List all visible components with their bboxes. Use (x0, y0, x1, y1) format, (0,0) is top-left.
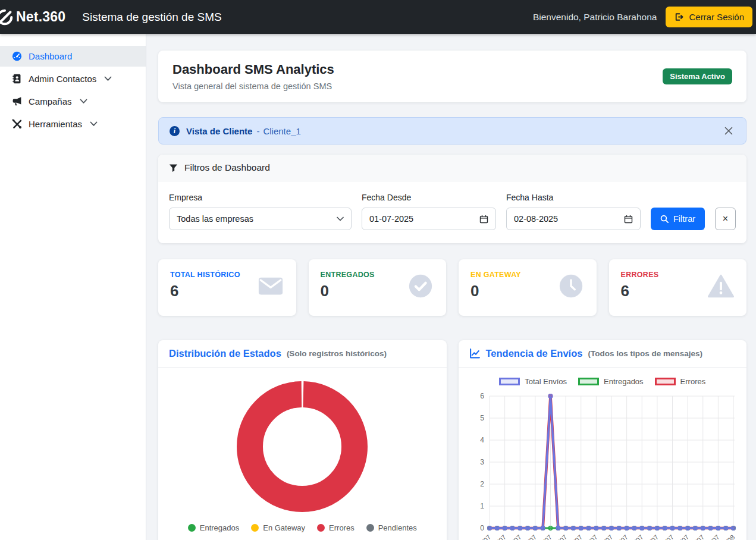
envelope-icon (257, 272, 284, 300)
chevron-down-icon (103, 76, 112, 81)
svg-text:31/07: 31/07 (704, 533, 720, 540)
check-circle-icon (407, 272, 434, 300)
svg-text:27/07: 27/07 (673, 533, 690, 540)
svg-text:09/07: 09/07 (536, 533, 553, 540)
donut-chart-note: (Solo registros históricos) (287, 349, 387, 358)
trend-line-chart: 012345601/0703/0705/0707/0709/0711/0713/… (466, 388, 739, 540)
empresa-select[interactable]: Todas las empresas (169, 208, 352, 230)
svg-text:01/07: 01/07 (475, 533, 492, 540)
legend-dot (317, 524, 325, 532)
info-icon: i (170, 126, 180, 136)
fecha-hasta-input[interactable]: 02-08-2025 (506, 208, 641, 230)
sidebar-item-label: Campañas (29, 96, 72, 106)
chevron-down-icon (89, 121, 98, 127)
top-navbar: Net.360 Sistema de gestión de SMS Bienve… (0, 0, 756, 34)
alert-close-button[interactable] (722, 124, 735, 137)
filters-card: Filtros de Dashboard Empresa Todas las e… (158, 155, 746, 243)
svg-text:29/07: 29/07 (689, 533, 705, 540)
svg-text:19/07: 19/07 (613, 533, 629, 540)
legend-label: Pendientes (378, 523, 417, 532)
svg-text:25/07: 25/07 (658, 533, 675, 540)
legend-dot (366, 524, 374, 532)
alert-separator: - (256, 126, 259, 136)
stats-row: TOTAL HISTÓRICO6ENTREGADOS0EN GATEWAY0ER… (158, 259, 746, 316)
status-donut-chart (236, 380, 369, 513)
app-title: Sistema de gestión de SMS (82, 11, 221, 24)
svg-text:2: 2 (480, 480, 484, 488)
donut-legend-item[interactable]: Errores (317, 523, 355, 532)
search-icon (660, 215, 669, 223)
svg-text:02/08: 02/08 (719, 533, 736, 540)
fecha-desde-label: Fecha Desde (362, 193, 496, 202)
client-view-alert: i Vista de Cliente - Cliente_1 (158, 117, 746, 145)
logout-label: Cerrar Sesión (689, 12, 744, 22)
logout-button[interactable]: Cerrar Sesión (666, 7, 752, 27)
donut-chart-title: Distribución de Estados (169, 348, 281, 359)
donut-legend-item[interactable]: Entregados (188, 523, 240, 532)
alert-client-name: Cliente_1 (263, 126, 300, 136)
fecha-hasta-label: Fecha Hasta (506, 193, 641, 202)
chevron-down-icon (337, 216, 344, 221)
donut-legend-item[interactable]: Pendientes (366, 523, 417, 532)
legend-label: Errores (329, 523, 355, 532)
svg-text:11/07: 11/07 (552, 533, 568, 540)
stat-card-envelope: TOTAL HISTÓRICO6 (158, 259, 296, 316)
address-book-icon (12, 74, 22, 84)
legend-box (578, 378, 599, 385)
empresa-label: Empresa (169, 193, 352, 202)
megaphone-icon (12, 96, 22, 106)
sidebar-item-label: Admin Contactos (29, 74, 96, 84)
page-header-card: Dashboard SMS Analytics Vista general de… (158, 51, 746, 102)
filter-button[interactable]: Filtrar (651, 208, 705, 230)
legend-label: Errores (680, 377, 706, 386)
main-content: Dashboard SMS Analytics Vista general de… (146, 34, 756, 540)
status-badge: Sistema Activo (663, 68, 732, 84)
trend-chart-note: (Todos los tipos de mensajes) (588, 349, 702, 358)
funnel-icon (169, 164, 178, 172)
calendar-icon (479, 215, 488, 224)
trend-legend-item[interactable]: Total Envíos (499, 377, 567, 386)
logout-icon (673, 12, 683, 22)
fecha-hasta-value: 02-08-2025 (514, 214, 558, 224)
sidebar-item-dashboard[interactable]: Dashboard (0, 46, 146, 67)
trend-legend-item[interactable]: Entregados (578, 377, 644, 386)
svg-text:03/07: 03/07 (491, 533, 507, 540)
sidebar-item-herramientas[interactable]: Herramientas (0, 114, 146, 134)
page-subtitle: Vista general del sistema de gestión SMS (172, 81, 334, 91)
svg-text:3: 3 (480, 458, 484, 466)
chevron-down-icon (79, 99, 87, 104)
trend-legend: Total EnvíosEntregadosErrores (466, 377, 740, 386)
brand-logo-icon (0, 8, 14, 26)
svg-text:23/07: 23/07 (643, 533, 660, 540)
status-distribution-card: Distribución de Estados (Solo registros … (158, 340, 447, 540)
legend-dot (251, 524, 259, 532)
stat-card-clock: EN GATEWAY0 (459, 259, 597, 316)
legend-label: Entregados (200, 523, 240, 532)
legend-label: En Gateway (263, 523, 305, 532)
clear-filters-button[interactable]: × (715, 208, 736, 230)
stat-card-warning-triangle: ERRORES6 (609, 259, 747, 316)
sidebar-item-campanas[interactable]: Campañas (0, 91, 146, 112)
alert-title: Vista de Cliente (186, 126, 252, 136)
close-icon (724, 126, 733, 136)
sidebar-item-admin-contactos[interactable]: Admin Contactos (0, 68, 146, 89)
donut-legend: EntregadosEn GatewayErroresPendientesPro… (158, 523, 447, 540)
calendar-icon (624, 215, 633, 224)
tools-icon (12, 119, 22, 129)
svg-text:07/07: 07/07 (521, 533, 538, 540)
filters-title: Filtros de Dashboard (184, 162, 270, 173)
fecha-desde-input[interactable]: 01-07-2025 (362, 208, 496, 230)
svg-text:05/07: 05/07 (506, 533, 522, 540)
brand-name: Net.360 (16, 9, 65, 25)
svg-text:6: 6 (480, 392, 484, 400)
svg-text:5: 5 (480, 414, 484, 422)
trend-chart-card: Tendencia de Envíos (Todos los tipos de … (459, 340, 747, 540)
legend-box (499, 378, 520, 385)
chart-line-icon (469, 348, 481, 359)
warning-triangle-icon (707, 272, 735, 300)
donut-legend-item[interactable]: En Gateway (251, 523, 305, 532)
trend-chart-title: Tendencia de Envíos (486, 348, 583, 359)
speedometer-icon (12, 51, 22, 61)
sidebar: DashboardAdmin ContactosCampañasHerramie… (0, 34, 146, 540)
trend-legend-item[interactable]: Errores (655, 377, 706, 386)
